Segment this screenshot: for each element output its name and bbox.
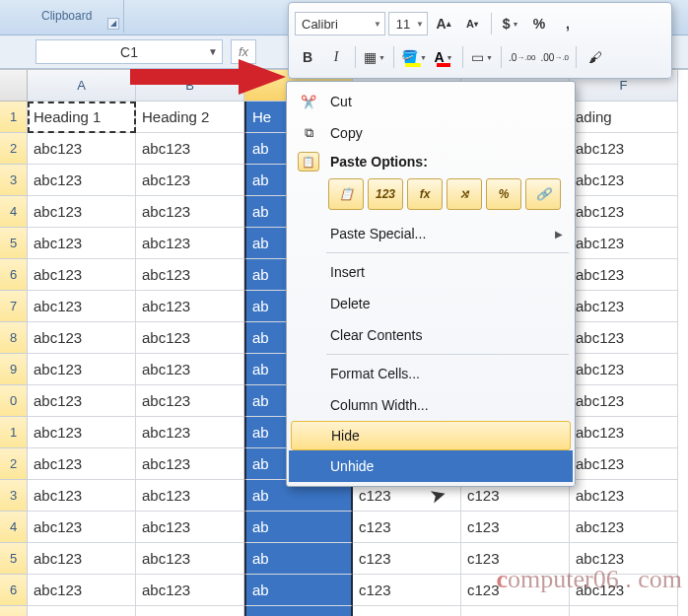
row-header-17[interactable]: 7 (0, 606, 28, 616)
cell-B6[interactable]: abc123 (136, 259, 244, 291)
row-header-13[interactable]: 3 (0, 480, 28, 512)
cell-A8[interactable]: abc123 (28, 322, 136, 354)
cell-F2[interactable]: abc123 (570, 133, 678, 165)
cell-F3[interactable]: abc123 (570, 165, 678, 196)
row-header-7[interactable]: 7 (0, 291, 28, 322)
cell-D17[interactable]: c123 (353, 606, 461, 616)
row-header-6[interactable]: 6 (0, 259, 28, 291)
cell-B15[interactable]: abc123 (136, 543, 244, 575)
cell-F5[interactable]: abc123 (570, 228, 678, 259)
cell-F14[interactable]: abc123 (570, 512, 678, 543)
cell-B13[interactable]: abc123 (136, 480, 244, 512)
cell-C15[interactable]: ab (244, 543, 353, 575)
cell-F8[interactable]: abc123 (570, 322, 678, 354)
cell-B7[interactable]: abc123 (136, 291, 244, 322)
row-header-4[interactable]: 4 (0, 196, 28, 228)
cell-E14[interactable]: c123 (461, 512, 570, 543)
cell-F12[interactable]: abc123 (570, 448, 678, 480)
cell-B12[interactable]: abc123 (136, 448, 244, 480)
cell-E17[interactable]: c123 (461, 606, 570, 616)
border-button[interactable]: ▦▼ (362, 44, 387, 70)
cell-A12[interactable]: abc123 (28, 448, 136, 480)
cell-A17[interactable]: abc123 (28, 606, 136, 616)
paste-all-icon[interactable]: 📋 (328, 178, 364, 210)
select-all-corner[interactable] (0, 70, 28, 102)
context-menu-unhide[interactable]: Unhide (289, 450, 573, 482)
merge-center-button[interactable]: ▭▼ (469, 44, 495, 70)
font-color-button[interactable]: A ▼ (431, 44, 456, 70)
row-header-12[interactable]: 2 (0, 448, 28, 480)
cell-B4[interactable]: abc123 (136, 196, 244, 228)
row-header-3[interactable]: 3 (0, 165, 28, 196)
currency-format-button[interactable]: $▼ (498, 11, 523, 36)
cell-A15[interactable]: abc123 (28, 543, 136, 575)
format-painter-button[interactable]: 🖌 (583, 44, 608, 70)
cell-A3[interactable]: abc123 (28, 165, 136, 196)
paste-values-icon[interactable]: 123 (368, 178, 403, 210)
context-menu-column-width[interactable]: Column Width... (289, 389, 573, 421)
row-header-5[interactable]: 5 (0, 228, 28, 259)
cell-F1[interactable]: ading (570, 102, 678, 133)
decrease-font-size-button[interactable]: A▾ (459, 11, 485, 36)
increase-decimal-button[interactable]: .0→.00 (508, 44, 536, 70)
cell-D14[interactable]: c123 (353, 512, 461, 543)
font-size-dropdown[interactable]: 11 ▼ (388, 12, 428, 35)
cell-A9[interactable]: abc123 (28, 354, 136, 385)
cell-B16[interactable]: abc123 (136, 575, 244, 606)
font-name-dropdown[interactable]: Calibri ▼ (295, 12, 385, 35)
clipboard-dialog-launcher[interactable]: ◢ (107, 18, 119, 30)
increase-font-size-button[interactable]: A▴ (431, 11, 456, 36)
cell-B10[interactable]: abc123 (136, 385, 244, 417)
cell-F17[interactable]: abc123 (570, 606, 678, 616)
italic-button[interactable]: I (323, 44, 349, 70)
percent-format-button[interactable]: % (526, 11, 552, 36)
fill-color-button[interactable]: 🪣 ▼ (400, 44, 428, 70)
paste-formatting-icon[interactable]: % (486, 178, 521, 210)
cell-B9[interactable]: abc123 (136, 354, 244, 385)
context-menu-copy[interactable]: ⧉ Copy (289, 117, 573, 149)
cell-A11[interactable]: abc123 (28, 417, 136, 448)
cell-B17[interactable]: abc123 (136, 606, 244, 616)
cell-F6[interactable]: abc123 (570, 259, 678, 291)
context-menu-paste-special[interactable]: Paste Special... ▶ (289, 218, 573, 249)
cell-D16[interactable]: c123 (353, 575, 461, 606)
context-menu-hide[interactable]: Hide (291, 421, 571, 450)
cell-D15[interactable]: c123 (353, 543, 461, 575)
cell-A10[interactable]: abc123 (28, 385, 136, 417)
cell-B11[interactable]: abc123 (136, 417, 244, 448)
cell-B8[interactable]: abc123 (136, 322, 244, 354)
context-menu-clear-contents[interactable]: Clear Contents (289, 319, 573, 351)
context-menu-delete[interactable]: Delete (289, 288, 573, 319)
cell-F9[interactable]: abc123 (570, 354, 678, 385)
context-menu-cut[interactable]: ✂️ Cut (289, 86, 573, 117)
context-menu-insert[interactable]: Insert (289, 256, 573, 288)
cell-F11[interactable]: abc123 (570, 417, 678, 448)
cell-C17[interactable]: ab (244, 606, 353, 616)
cell-F13[interactable]: abc123 (570, 480, 678, 512)
row-header-2[interactable]: 2 (0, 133, 28, 165)
cell-C14[interactable]: ab (244, 512, 353, 543)
comma-format-button[interactable]: , (555, 11, 581, 36)
cell-A13[interactable]: abc123 (28, 480, 136, 512)
row-header-1[interactable]: 1 (0, 102, 28, 133)
chevron-down-icon[interactable]: ▼ (208, 46, 218, 57)
row-header-8[interactable]: 8 (0, 322, 28, 354)
cell-A5[interactable]: abc123 (28, 228, 136, 259)
row-header-11[interactable]: 1 (0, 417, 28, 448)
cell-B2[interactable]: abc123 (136, 133, 244, 165)
row-header-9[interactable]: 9 (0, 354, 28, 385)
column-header-A[interactable]: A (28, 70, 136, 102)
cell-A7[interactable]: abc123 (28, 291, 136, 322)
cell-A1[interactable]: Heading 1 (28, 102, 136, 133)
bold-button[interactable]: B (295, 44, 320, 70)
cell-F10[interactable]: abc123 (570, 385, 678, 417)
cell-B5[interactable]: abc123 (136, 228, 244, 259)
cell-F4[interactable]: abc123 (570, 196, 678, 228)
cell-A14[interactable]: abc123 (28, 512, 136, 543)
cell-A4[interactable]: abc123 (28, 196, 136, 228)
cell-B1[interactable]: Heading 2 (136, 102, 244, 133)
decrease-decimal-button[interactable]: .00→.0 (539, 44, 570, 70)
cell-B14[interactable]: abc123 (136, 512, 244, 543)
cell-A6[interactable]: abc123 (28, 259, 136, 291)
context-menu-format-cells[interactable]: Format Cells... (289, 358, 573, 389)
